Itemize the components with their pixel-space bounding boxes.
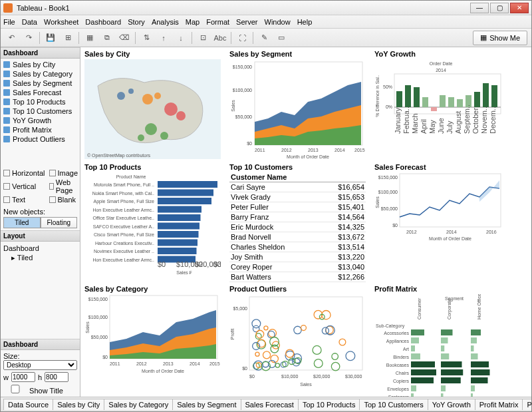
svg-rect-34 <box>457 99 463 107</box>
tab[interactable]: Product Outliers <box>522 399 532 410</box>
h-input[interactable] <box>45 372 68 382</box>
obj-blank[interactable]: Blank <box>49 196 78 204</box>
svg-rect-66 <box>158 223 200 230</box>
new-data-icon[interactable]: ⊞ <box>61 31 74 45</box>
w-input[interactable] <box>11 372 35 382</box>
svg-text:$150,000: $150,000 <box>88 297 108 302</box>
table-row: Eric Murdock$14,325 <box>229 222 366 232</box>
svg-rect-192 <box>471 385 475 391</box>
group-icon[interactable]: ⊡ <box>196 31 209 45</box>
sort-asc-icon[interactable]: ↑ <box>157 31 170 45</box>
sheet-item[interactable]: Top 10 Products <box>1 97 80 106</box>
sheet-item[interactable]: YoY Growth <box>1 116 80 125</box>
sheet-item[interactable]: Product Outliers <box>1 134 80 144</box>
layout-child[interactable]: ▸ Tiled <box>3 253 77 263</box>
tab[interactable]: Top 10 Customers <box>359 399 428 410</box>
tab[interactable]: Sales by City <box>53 399 104 410</box>
menu-window[interactable]: Window <box>265 18 291 26</box>
chart-sales-by-category[interactable]: Sales by Category $0 $50,000 $100,000 $1… <box>84 285 224 397</box>
menu-server[interactable]: Server <box>236 18 257 26</box>
menu-worksheet[interactable]: Worksheet <box>44 18 78 26</box>
svg-text:$50,000: $50,000 <box>235 114 252 119</box>
sheet-icon <box>3 136 10 142</box>
sheet-item[interactable]: Sales by Segment <box>1 79 80 88</box>
show-me-button[interactable]: ▦ Show Me <box>473 31 527 45</box>
sheet-icon <box>3 80 10 87</box>
show-title-checkbox[interactable] <box>3 385 27 393</box>
svg-text:Nokia Smart Phone, with Cal..: Nokia Smart Phone, with Cal.. <box>92 191 154 196</box>
svg-text:Sales ₣: Sales ₣ <box>176 270 192 275</box>
svg-text:Sales: Sales <box>300 382 312 387</box>
menu-map[interactable]: Map <box>186 18 200 26</box>
menubar: File Data Worksheet Dashboard Story Anal… <box>1 15 531 29</box>
sheet-item[interactable]: Top 10 Customers <box>1 106 80 116</box>
chart-yoy-growth[interactable]: YoY Growth Order Date 2014 <box>374 50 507 160</box>
fit-icon[interactable]: ⛶ <box>235 31 249 45</box>
floating-button[interactable]: Floating <box>41 217 78 228</box>
menu-dashboard[interactable]: Dashboard <box>85 18 121 26</box>
obj-text[interactable]: Text <box>3 196 45 204</box>
obj-vertical[interactable]: Vertical <box>3 178 45 194</box>
minimize-button[interactable]: — <box>470 3 489 13</box>
menu-story[interactable]: Story <box>128 18 145 26</box>
new-worksheet-icon[interactable]: ▦ <box>83 31 96 45</box>
swap-icon[interactable]: ⇅ <box>140 31 153 45</box>
presentation-icon[interactable]: ▭ <box>275 31 288 45</box>
chart-top-10-customers[interactable]: Top 10 Customers Customer Name Cari Sayr… <box>229 163 369 282</box>
sheet-item[interactable]: Sales Forecast <box>1 88 80 97</box>
duplicate-icon[interactable]: ⧉ <box>100 31 114 45</box>
sheet-icon <box>3 99 10 105</box>
chart-top-10-products[interactable]: Top 10 Products Product Name Motorola Sm… <box>84 163 224 282</box>
obj-web[interactable]: Web Page <box>49 178 78 194</box>
chart-product-outliers[interactable]: Product Outliers $0 $5,000 $0 $10,000 $2… <box>229 285 369 397</box>
tab[interactable]: Top 10 Products <box>298 399 360 410</box>
tiled-button[interactable]: Tiled <box>3 217 41 228</box>
sheet-item[interactable]: Profit Matrix <box>1 125 80 134</box>
forecast-chart: $0 $50,000 $100,000 $150,000 2012 2014 2… <box>374 172 504 242</box>
svg-rect-194 <box>411 393 414 397</box>
chart-sales-by-city[interactable]: Sales by City © OpenStreetMap contributo… <box>84 50 224 160</box>
new-objects-label: New objects: <box>3 208 77 216</box>
chart-profit-matrix[interactable]: Profit Matrix Segment Consumer Corporate… <box>374 285 507 397</box>
svg-text:2015: 2015 <box>354 148 365 152</box>
tab[interactable]: Sales Forecast <box>241 399 299 410</box>
table-row: Bart Watters$12,266 <box>229 272 366 282</box>
label-icon[interactable]: Abc <box>213 31 227 45</box>
chart-sales-forecast[interactable]: Sales Forecast $0 $50,000 $100,000 $150,… <box>374 163 507 282</box>
undo-icon[interactable]: ↶ <box>5 31 18 45</box>
size-select[interactable]: Desktop <box>3 360 77 370</box>
svg-rect-166 <box>411 337 419 343</box>
sort-desc-icon[interactable]: ↓ <box>174 31 188 45</box>
obj-horizontal[interactable]: Horizontal <box>3 169 45 177</box>
svg-rect-31 <box>431 107 437 111</box>
menu-data[interactable]: Data <box>22 18 37 26</box>
sheet-item[interactable]: Sales by Category <box>1 69 80 79</box>
dashboard-panel-header: Dashboard <box>1 47 80 59</box>
svg-text:2016: 2016 <box>486 230 497 234</box>
svg-text:Fasteners: Fasteners <box>388 395 410 397</box>
layout-root[interactable]: Dashboard <box>3 244 77 253</box>
maximize-button[interactable]: ▢ <box>490 3 509 13</box>
clear-icon[interactable]: ⌫ <box>118 31 131 45</box>
menu-help[interactable]: Help <box>297 18 313 26</box>
svg-rect-167 <box>441 337 448 343</box>
save-icon[interactable]: 💾 <box>44 31 57 45</box>
yoy-bar-chart: Order Date 2014 0% <box>374 59 504 136</box>
menu-analysis[interactable]: Analysis <box>152 18 179 26</box>
menu-file[interactable]: File <box>3 18 15 26</box>
svg-rect-38 <box>491 85 497 107</box>
chart-sales-by-segment[interactable]: Sales by Segment $0 $50,000 $100,000 $15… <box>229 50 369 160</box>
obj-image[interactable]: Image <box>49 169 78 177</box>
svg-rect-29 <box>414 87 420 107</box>
redo-icon[interactable]: ↷ <box>22 31 35 45</box>
close-button[interactable]: ✕ <box>510 3 529 13</box>
sheet-item[interactable]: Sales by City <box>1 60 80 69</box>
tab[interactable]: YoY Growth <box>428 399 475 410</box>
tab[interactable]: Profit Matrix <box>475 399 523 410</box>
sheet-tabs: Data Source Sales by City Sales by Categ… <box>1 397 531 411</box>
tab[interactable]: Sales by Segment <box>172 399 241 410</box>
highlight-icon[interactable]: ✎ <box>257 31 271 45</box>
menu-format[interactable]: Format <box>206 18 229 26</box>
tab-data-source[interactable]: Data Source <box>3 399 53 410</box>
tab[interactable]: Sales by Category <box>104 399 173 410</box>
